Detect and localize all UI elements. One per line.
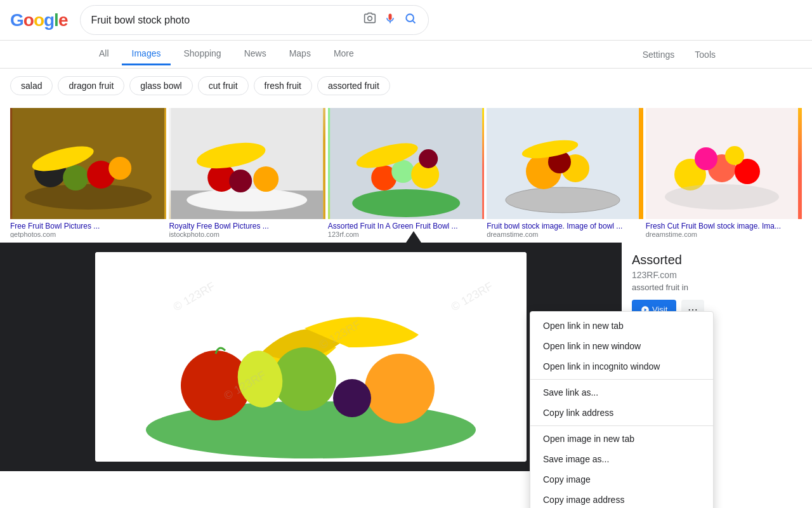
preview-triangle: [406, 231, 421, 243]
ctx-copy-image[interactable]: Copy image: [530, 469, 713, 490]
svg-point-0: [368, 17, 372, 21]
search-bar: Fruit bowl stock photo: [80, 5, 429, 35]
grid-title-1: Free Fruit Bowl Pictures ...: [10, 222, 166, 231]
grid-item-5[interactable]: Fresh Cut Fruit Bowl stock image. Ima...…: [646, 108, 802, 237]
ctx-open-incognito[interactable]: Open link in incognito window: [530, 356, 713, 377]
tab-shopping[interactable]: Shopping: [173, 43, 231, 65]
tab-images[interactable]: Images: [122, 43, 171, 65]
grid-image-3: [328, 108, 484, 219]
svg-point-1: [407, 14, 414, 22]
ctx-save-image[interactable]: Save image as...: [530, 449, 713, 469]
grid-item-4[interactable]: Fruit bowl stock image. Image of bowl ..…: [487, 108, 643, 237]
camera-search-icon[interactable]: [362, 11, 377, 29]
chip-glass-bowl[interactable]: glass bowl: [129, 76, 192, 95]
svg-point-20: [391, 160, 414, 183]
chip-cut-fruit[interactable]: cut fruit: [198, 76, 249, 95]
grid-source-5: dreamstime.com: [646, 231, 802, 237]
grid-source-1: getphotos.com: [10, 231, 166, 237]
grid-title-2: Royalty Free Bowl Pictures ...: [169, 222, 325, 231]
preview-svg: [95, 252, 527, 462]
ctx-save-link[interactable]: Save link as...: [530, 382, 713, 403]
tab-more[interactable]: More: [324, 43, 364, 65]
svg-point-12: [187, 189, 308, 211]
tab-all[interactable]: All: [89, 43, 119, 65]
ctx-open-new-tab[interactable]: Open link in new tab: [530, 316, 713, 336]
search-input[interactable]: Fruit bowl stock photo: [91, 15, 357, 26]
svg-point-25: [506, 187, 620, 213]
grid-image-2: [169, 108, 325, 219]
ctx-sep-1: [530, 379, 713, 380]
chip-salad[interactable]: salad: [10, 76, 53, 95]
header: Google Fruit bowl stock photo: [0, 0, 812, 41]
nav-right: Settings Tools: [635, 46, 723, 64]
ctx-sep-2: [530, 425, 713, 426]
google-logo[interactable]: Google: [10, 10, 67, 30]
grid-image-4: [487, 108, 643, 219]
search-submit-icon[interactable]: [403, 11, 418, 29]
grid-source-4: dreamstime.com: [487, 231, 643, 237]
grid-item-1[interactable]: Free Fruit Bowl Pictures ... getphotos.c…: [10, 108, 166, 237]
svg-point-9: [108, 157, 131, 180]
suggestion-chips: salad dragon fruit glass bowl cut fruit …: [0, 69, 812, 103]
grid-title-4: Fruit bowl stock image. Image of bowl ..…: [487, 222, 643, 231]
svg-point-35: [725, 146, 744, 165]
chip-dragon-fruit[interactable]: dragon fruit: [58, 76, 124, 95]
tools-button[interactable]: Tools: [687, 46, 723, 64]
grid-title-3: Assorted Fruit In A Green Fruit Bowl ...: [328, 222, 484, 231]
sidebar-source: 123RF.com: [632, 270, 802, 280]
svg-point-4: [25, 184, 152, 210]
svg-point-23: [419, 149, 438, 168]
svg-point-15: [254, 166, 279, 192]
tab-maps[interactable]: Maps: [279, 43, 321, 65]
svg-point-41: [365, 354, 435, 424]
ctx-copy-link[interactable]: Copy link address: [530, 403, 713, 423]
chip-assorted-fruit[interactable]: assorted fruit: [317, 76, 390, 95]
svg-point-34: [695, 147, 717, 170]
grid-item-2[interactable]: Royalty Free Bowl Pictures ... istockpho…: [169, 108, 325, 237]
grid-source-2: istockphoto.com: [169, 231, 325, 237]
svg-point-42: [333, 379, 371, 417]
image-grid: Free Fruit Bowl Pictures ... getphotos.c…: [0, 103, 812, 243]
voice-search-icon[interactable]: [383, 11, 398, 29]
settings-button[interactable]: Settings: [635, 46, 683, 64]
tab-news[interactable]: News: [234, 43, 277, 65]
sidebar-desc: assorted fruit in: [632, 283, 802, 292]
svg-point-18: [352, 189, 460, 217]
svg-line-2: [413, 21, 416, 23]
grid-image-1: [10, 108, 166, 219]
context-menu: Open link in new tab Open link in new wi…: [530, 311, 714, 508]
grid-image-5: [646, 108, 802, 219]
ctx-copy-image-address[interactable]: Copy image address: [530, 490, 713, 508]
nav-tabs: All Images Shopping News Maps More Setti…: [0, 41, 812, 69]
svg-point-14: [230, 170, 252, 192]
ctx-open-new-window[interactable]: Open link in new window: [530, 336, 713, 356]
svg-point-36: [665, 184, 779, 210]
grid-item-3[interactable]: Assorted Fruit In A Green Fruit Bowl ...…: [328, 108, 484, 237]
grid-title-5: Fresh Cut Fruit Bowl stock image. Ima...: [646, 222, 802, 231]
ctx-open-image-new-tab[interactable]: Open image in new tab: [530, 429, 713, 449]
preview-image-area[interactable]: © 123RF © 123RF © 123RF © 123RF: [0, 243, 622, 471]
chip-fresh-fruit[interactable]: fresh fruit: [254, 76, 312, 95]
svg-point-6: [63, 165, 88, 190]
sidebar-title: Assorted: [632, 253, 802, 267]
